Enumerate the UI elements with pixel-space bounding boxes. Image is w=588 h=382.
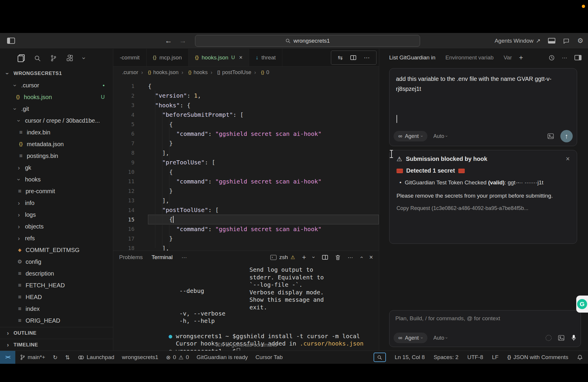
- sync-changes-icon[interactable]: ↻: [53, 354, 58, 361]
- toggle-sidebar-icon[interactable]: [7, 38, 15, 44]
- tree-item[interactable]: hooks: [0, 174, 113, 185]
- tree-item[interactable]: ≡ FETCH_HEAD: [0, 279, 113, 291]
- chat-tab[interactable]: Var: [504, 54, 512, 61]
- tree-item[interactable]: gk: [0, 162, 113, 174]
- command-center-search[interactable]: wrongsecrets1: [195, 35, 420, 47]
- project-name-status[interactable]: wrongsecrets1: [122, 354, 159, 361]
- terminal-dropdown-icon[interactable]: [311, 256, 317, 258]
- tree-item[interactable]: ≡ postings.bin: [0, 150, 113, 162]
- tree-item[interactable]: ⚙ config: [0, 256, 113, 268]
- tree-item[interactable]: info: [0, 197, 113, 209]
- git-branch-status[interactable]: main*+: [20, 354, 45, 361]
- encoding-status[interactable]: UTF-8: [467, 354, 483, 361]
- tree-item[interactable]: ≡ index.bin: [0, 126, 113, 138]
- search-icon[interactable]: [34, 55, 41, 62]
- history-icon[interactable]: [549, 55, 555, 61]
- agents-window-link[interactable]: Agents Window ↗: [494, 37, 540, 44]
- problems-status[interactable]: ⊗ 0 ⚠ 0: [166, 354, 189, 361]
- source-control-icon[interactable]: [50, 55, 57, 62]
- launchpad-status[interactable]: Launchpad: [78, 354, 114, 361]
- extensions-icon[interactable]: [66, 55, 73, 62]
- chat-more-icon[interactable]: ⋯: [562, 54, 567, 61]
- chat-tab[interactable]: List GitGuardian in: [389, 54, 435, 61]
- tab-terminal[interactable]: Terminal: [151, 254, 173, 261]
- close-panel-icon[interactable]: ×: [369, 253, 373, 261]
- more-actions-icon[interactable]: ⋯: [364, 54, 370, 61]
- tree-item[interactable]: ≡ pre-commit: [0, 185, 113, 197]
- timeline-section[interactable]: TIMELINE: [0, 339, 113, 351]
- chat-composer[interactable]: Plan, Build, / for commands, @ for conte…: [389, 310, 581, 347]
- editor-tab[interactable]: {} hooks.json U ×: [189, 49, 249, 66]
- editor-tab[interactable]: {} mcp.json: [146, 49, 189, 66]
- chat-tab[interactable]: Environment variab: [445, 54, 494, 61]
- toggle-panel-icon[interactable]: [548, 38, 555, 44]
- send-button[interactable]: ↑: [560, 130, 573, 142]
- terminal-instance[interactable]: zsh ⚠: [270, 254, 295, 261]
- breadcrumb-item[interactable]: {} 0: [251, 69, 269, 76]
- notifications-bell-icon[interactable]: [577, 354, 583, 361]
- tree-item[interactable]: ◆ COMMIT_EDITMSG: [0, 244, 113, 256]
- open-changes-icon[interactable]: ⇆: [338, 54, 343, 61]
- tree-item[interactable]: cursor / crepe / 30bacd1be...: [0, 115, 113, 126]
- indentation-status[interactable]: Spaces: 2: [434, 354, 459, 361]
- grammarly-badge[interactable]: G: [576, 296, 588, 313]
- breadcrumb-item[interactable]: {} hooks.json: [138, 69, 179, 76]
- tree-item[interactable]: refs: [0, 232, 113, 244]
- breadcrumb-item[interactable]: .cursor: [122, 69, 138, 76]
- agent-mode-selector[interactable]: ∞ Agent: [394, 131, 427, 141]
- close-alert-icon[interactable]: ×: [566, 155, 570, 163]
- new-chat-button[interactable]: +: [519, 54, 523, 62]
- attach-image-icon[interactable]: [547, 133, 554, 139]
- breadcrumb-item[interactable]: {} hooks: [179, 69, 208, 76]
- chat-input-card[interactable]: add this variable to the .env file with …: [389, 68, 577, 146]
- gitguardian-status[interactable]: GitGuardian is ready: [196, 354, 248, 361]
- more-tabs-icon[interactable]: ⋯: [181, 254, 187, 261]
- zoom-indicator[interactable]: [374, 353, 386, 362]
- toggle-secondary-sidebar-icon[interactable]: [574, 55, 582, 60]
- tree-item[interactable]: logs: [0, 209, 113, 221]
- editor-tab[interactable]: ↓ threat: [249, 49, 282, 66]
- cursor-position-status[interactable]: Ln 15, Col 8: [395, 354, 425, 361]
- maximize-panel-icon[interactable]: [358, 256, 364, 258]
- explorer-icon[interactable]: [18, 54, 25, 62]
- close-tab-icon[interactable]: ×: [239, 54, 243, 61]
- settings-gear-icon[interactable]: ⚙: [577, 37, 583, 45]
- tree-item[interactable]: .git: [0, 103, 113, 115]
- tree-item[interactable]: {} hooks.json U: [0, 91, 113, 103]
- kill-terminal-icon[interactable]: [335, 254, 341, 261]
- cursor-tab-status[interactable]: Cursor Tab: [256, 354, 283, 361]
- code-editor[interactable]: 1 { 2 "version": 1, 3: [113, 78, 379, 251]
- breadcrumb-item[interactable]: [] postToolUse: [208, 69, 251, 76]
- model-selector[interactable]: Auto: [433, 133, 448, 139]
- tree-root[interactable]: WRONGSECRETS1: [0, 68, 113, 79]
- tree-item[interactable]: objects: [0, 221, 113, 232]
- chat-input-text[interactable]: add this variable to the .env file with …: [389, 69, 577, 99]
- tree-item[interactable]: ≡ HEAD: [0, 291, 113, 303]
- split-terminal-icon[interactable]: [322, 255, 328, 260]
- language-mode-status[interactable]: {} JSON with Comments: [507, 354, 568, 361]
- tab-problems[interactable]: Problems: [119, 254, 143, 261]
- eol-status[interactable]: LF: [492, 354, 498, 361]
- back-button[interactable]: ←: [165, 36, 172, 45]
- compare-changes-icon[interactable]: ⇅: [65, 354, 70, 361]
- forward-button[interactable]: →: [179, 36, 186, 45]
- attach-image-icon[interactable]: [558, 335, 564, 341]
- copy-request-link[interactable]: Copy Request (1c3e0862-a486-4092-ba95-a7…: [397, 205, 570, 211]
- composer-placeholder[interactable]: Plan, Build, / for commands, @ for conte…: [389, 311, 581, 326]
- panel-more-icon[interactable]: ⋯: [348, 254, 353, 261]
- model-selector[interactable]: Auto: [433, 335, 448, 341]
- tree-item[interactable]: ≡ description: [0, 268, 113, 279]
- editor-tab[interactable]: -commit: [113, 49, 146, 66]
- tree-item[interactable]: {} metadata.json: [0, 138, 113, 150]
- microphone-icon[interactable]: [571, 334, 577, 341]
- chat-bubble-icon[interactable]: [563, 38, 569, 44]
- outline-section[interactable]: OUTLINE: [0, 327, 113, 339]
- tree-item[interactable]: ≡ ORIG_HEAD: [0, 315, 113, 326]
- agent-mode-selector[interactable]: ∞ Agent: [394, 333, 427, 343]
- tree-item[interactable]: .cursor ●: [0, 79, 113, 91]
- remote-indicator[interactable]: ><: [0, 351, 15, 364]
- context-indicator-icon[interactable]: [546, 335, 552, 341]
- chevron-down-icon[interactable]: [80, 57, 88, 59]
- new-terminal-icon[interactable]: +: [302, 253, 306, 261]
- terminal-output[interactable]: --debugSend log output to stderr. Equiva…: [113, 264, 379, 334]
